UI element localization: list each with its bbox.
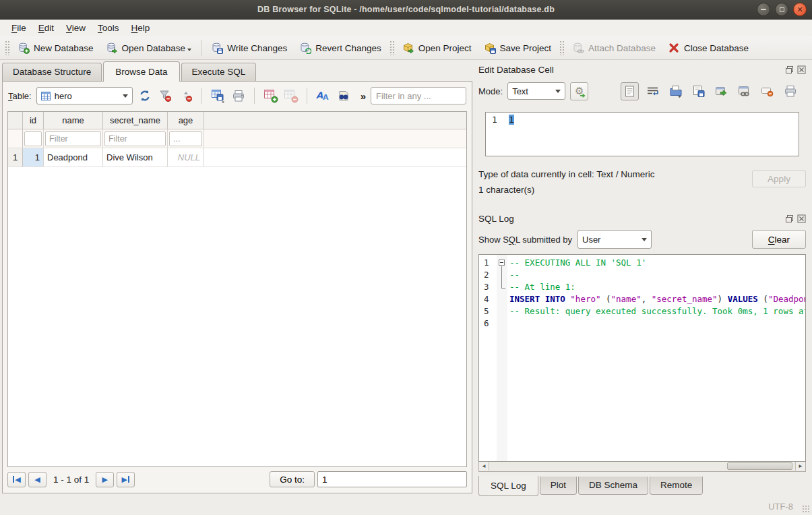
maximize-button[interactable] [775, 3, 788, 16]
write-changes-icon [211, 42, 223, 54]
column-header-secret-name[interactable]: secret_name [103, 112, 168, 129]
resize-grip[interactable] [802, 505, 810, 513]
menu-edit[interactable]: Edit [32, 21, 60, 35]
cell-secret-name[interactable]: Dive Wilson [103, 148, 168, 166]
export-cell-data-button[interactable] [689, 82, 708, 100]
previous-record-button[interactable]: ◀ [28, 472, 46, 487]
mode-select[interactable]: Text [507, 82, 565, 100]
menu-view[interactable]: View [60, 21, 92, 35]
dock-float-icon[interactable] [785, 65, 794, 74]
tab-database-structure[interactable]: Database Structure [2, 63, 102, 81]
filter-secret-name-input[interactable] [104, 131, 166, 146]
open-database-dropdown-icon[interactable] [187, 49, 191, 53]
table-select[interactable]: hero [36, 87, 133, 104]
table-label: Table: [8, 91, 32, 101]
new-database-button[interactable]: New Database [11, 39, 100, 57]
sql-log-view[interactable]: 123456 -- EXECUTING ALL IN 'SQL 1'---- A… [478, 254, 806, 462]
text-mode-toggle[interactable] [621, 82, 639, 100]
filter-any-column-input[interactable] [371, 87, 466, 104]
clear-sorting-button[interactable] [178, 88, 193, 104]
open-in-external-button[interactable] [712, 82, 730, 100]
menu-file[interactable]: File [5, 21, 32, 35]
scroll-right-button[interactable]: ► [795, 462, 805, 471]
column-header-name[interactable]: name [44, 112, 103, 129]
clear-log-button[interactable]: Clear [752, 230, 806, 249]
minimize-button[interactable] [757, 3, 770, 16]
dock-float-icon[interactable] [785, 214, 794, 223]
clear-filters-button[interactable] [158, 88, 173, 104]
tab-plot[interactable]: Plot [540, 477, 577, 495]
column-header-age[interactable]: age [168, 112, 204, 129]
grid-header-row: id name secret_name age [8, 112, 466, 129]
first-record-icon [13, 476, 14, 483]
row-header[interactable]: 1 [8, 148, 23, 166]
tab-browse-data[interactable]: Browse Data [103, 61, 179, 82]
sql-source-value: User [582, 235, 600, 245]
goto-button[interactable]: Go to: [270, 471, 315, 487]
toolbar-drag-handle[interactable] [5, 40, 9, 55]
revert-changes-button[interactable]: Revert Changes [293, 39, 387, 57]
sql-log-title: SQL Log [478, 214, 514, 224]
set-null-button[interactable] [758, 82, 776, 100]
window-title: DB Browser for SQLite - /home/user/code/… [257, 5, 555, 14]
goto-record-input[interactable] [317, 471, 467, 487]
window-controls: ✕ [757, 3, 807, 16]
scroll-left-button[interactable]: ◄ [479, 462, 489, 471]
dock-close-icon[interactable] [797, 214, 806, 223]
new-database-icon [18, 42, 30, 54]
menu-help[interactable]: Help [125, 21, 156, 35]
tab-db-schema[interactable]: DB Schema [578, 477, 648, 495]
refresh-button[interactable] [137, 88, 153, 104]
find-in-table-button[interactable] [336, 88, 352, 104]
sql-log-fold-margin [497, 255, 507, 461]
print-button[interactable] [230, 88, 246, 104]
cell-editor[interactable]: 1 1 [485, 112, 799, 156]
attach-database-icon [572, 42, 584, 54]
cell-id[interactable]: 1 [23, 148, 44, 166]
save-project-button[interactable]: Save Project [478, 39, 558, 57]
auto-switch-mode-button[interactable]: ⚙ [570, 82, 588, 100]
set-as-link-button[interactable] [735, 82, 753, 100]
close-button[interactable]: ✕ [793, 3, 807, 16]
toolbar-separator [307, 88, 307, 104]
tab-remote[interactable]: Remote [650, 477, 703, 495]
save-table-button[interactable] [210, 88, 226, 104]
revert-changes-icon [299, 42, 311, 54]
filter-name-input[interactable] [45, 131, 101, 146]
scrollbar-thumb[interactable] [727, 462, 792, 470]
write-changes-button[interactable]: Write Changes [205, 39, 293, 57]
insert-record-button[interactable] [263, 88, 278, 104]
menu-tools[interactable]: Tools [92, 21, 125, 35]
fold-marker-icon[interactable] [499, 260, 505, 266]
tab-sql-log[interactable]: SQL Log [478, 476, 538, 496]
print-cell-button[interactable] [781, 82, 799, 100]
encoding-label[interactable]: UTF-8 [768, 502, 793, 512]
word-wrap-button[interactable] [644, 82, 662, 100]
sql-log-hscrollbar[interactable]: ◄ ► [478, 462, 806, 472]
toolbar-drag-handle[interactable] [389, 40, 394, 55]
import-cell-data-button[interactable] [666, 82, 685, 100]
dock-close-icon[interactable] [797, 65, 806, 74]
cell-editor-content: 1 [509, 115, 514, 125]
next-record-button[interactable]: ▶ [96, 472, 114, 487]
filter-age-input[interactable] [169, 131, 202, 146]
toolbar-overflow-chevron[interactable]: » [361, 90, 366, 102]
sql-log-line: -- EXECUTING ALL IN 'SQL 1' [509, 257, 805, 269]
status-bar: UTF-8 [0, 497, 812, 515]
first-record-button[interactable]: ◀ [7, 472, 26, 487]
cell-name[interactable]: Deadpond [44, 148, 103, 166]
close-database-button[interactable]: Close Database [662, 39, 755, 57]
open-project-button[interactable]: Open Project [396, 39, 478, 57]
tab-execute-sql[interactable]: Execute SQL [181, 63, 257, 81]
font-settings-button[interactable]: AA [315, 88, 331, 104]
cell-info-row: Type of data currently in cell: Text / N… [478, 166, 806, 198]
toolbar-drag-handle[interactable] [559, 40, 564, 55]
last-record-button[interactable]: ▶ [117, 472, 135, 487]
edit-cell-dock-title: Edit Database Cell [478, 63, 806, 76]
open-database-button[interactable]: Open Database [100, 39, 198, 57]
column-header-id[interactable]: id [23, 112, 44, 129]
filter-id-input[interactable] [24, 131, 42, 146]
cell-age[interactable]: NULL [168, 148, 204, 166]
next-record-icon: ▶ [102, 475, 108, 484]
sql-source-select[interactable]: User [577, 230, 652, 249]
